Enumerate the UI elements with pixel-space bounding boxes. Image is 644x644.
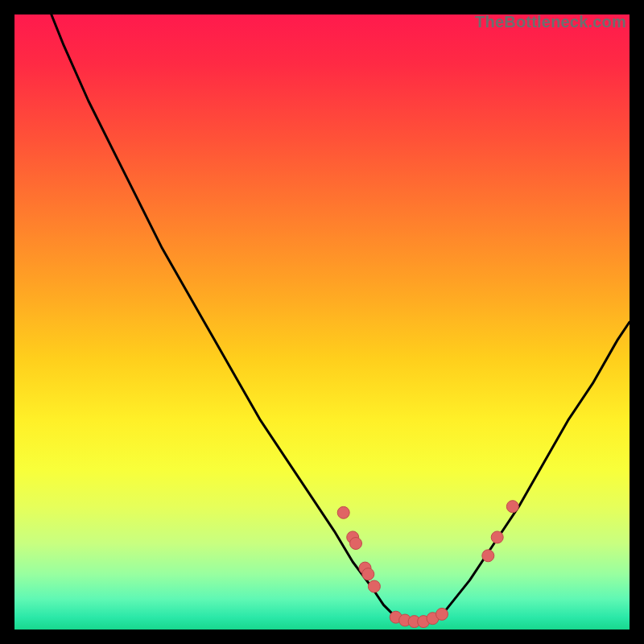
marker-dot bbox=[491, 531, 503, 543]
marker-dot bbox=[482, 550, 494, 562]
plot-area: TheBottleneck.com bbox=[14, 14, 630, 630]
marker-dot bbox=[506, 501, 518, 513]
chart-svg bbox=[14, 14, 630, 630]
marker-dot bbox=[368, 580, 380, 592]
bottleneck-curve bbox=[52, 14, 630, 623]
chart-frame: TheBottleneck.com bbox=[14, 14, 630, 630]
marker-dot bbox=[350, 538, 362, 550]
marker-dot bbox=[436, 608, 448, 620]
marker-dot bbox=[362, 568, 374, 580]
marker-dot bbox=[337, 506, 349, 518]
watermark-text: TheBottleneck.com bbox=[475, 13, 626, 31]
marker-dots bbox=[337, 501, 518, 628]
